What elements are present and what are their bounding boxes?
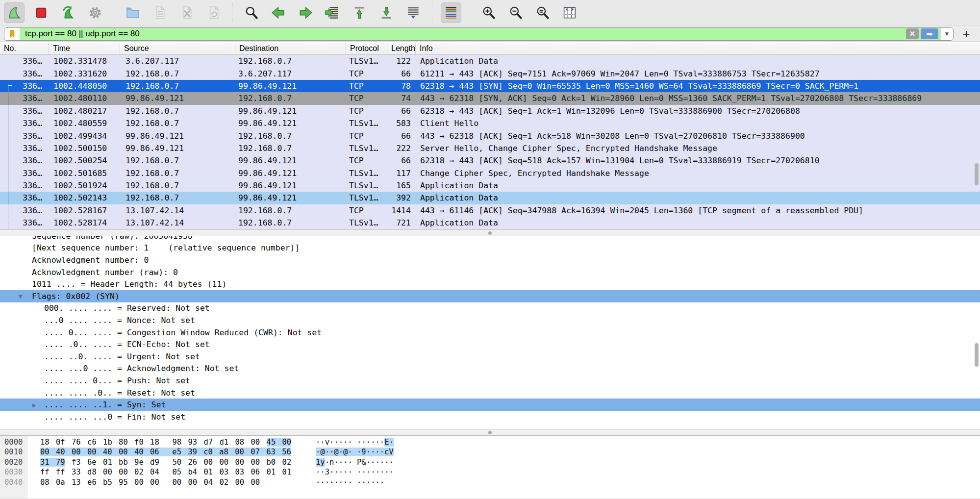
column-header-destination[interactable]: Destination [235,43,346,54]
packet-row[interactable]: 336…1002.48011099.86.49.121192.168.0.7TC… [0,92,980,104]
detail-tree-line[interactable]: ▶.... .... ..1. = Syn: Set [0,399,980,411]
detail-tree-line[interactable]: Sequence number (raw): 2665041958 [0,236,980,242]
hex-row[interactable]: 0030ff ff 33 d8 00 00 02 04 05 b4 01 03 … [0,467,980,477]
open-folder-icon [125,5,141,21]
open-file-button[interactable] [123,2,143,23]
detail-tree-line[interactable]: .... .... .0.. = Reset: Not set [0,387,980,399]
zoom-out-button[interactable] [505,2,526,23]
packet-row[interactable]: 336…1002.331620192.168.0.73.6.207.117TCP… [0,67,980,79]
autoscroll-icon [405,5,421,21]
cell-len: 583 [387,119,416,128]
detail-line-text: 000. .... .... = Reserved: Not set [0,303,210,313]
cell-proto: TLSv1… [346,218,387,227]
packet-row[interactable]: 336…1002.448050192.168.0.799.86.49.121TC… [0,80,980,92]
cell-proto: TLSv1… [346,56,387,66]
hex-offset: 0000 [4,437,23,447]
detail-tree-line[interactable]: .... .... ...0 = Fin: Not set [0,411,980,423]
cell-len: 721 [387,218,416,227]
expander-right-icon[interactable]: ▶ [32,401,36,408]
add-filter-expression-button[interactable]: + [956,26,976,41]
detail-line-text: .... ...0 .... = Acknowledgment: Not set [0,364,239,373]
detail-line-text: .... .0.. .... = ECN-Echo: Not set [0,340,210,349]
hex-row[interactable]: 004008 0a 13 e6 b5 95 00 00 00 00 04 02 … [0,477,980,487]
cell-info: 62318 → 443 [SYN] Seq=0 Win=65535 Len=0 … [416,81,980,91]
detail-tree-line[interactable]: ▼Flags: 0x002 (SYN) [0,290,980,302]
filter-bookmark-button[interactable] [4,28,20,40]
packet-list-scrollbar[interactable] [975,163,979,185]
zoom-reset-button[interactable] [532,2,553,23]
packet-row[interactable]: 336…1002.3314783.6.207.117192.168.0.7TLS… [0,55,980,67]
cell-src: 192.168.0.7 [120,81,235,91]
detail-tree-line[interactable]: [Next sequence number: 1 (relative seque… [0,242,980,254]
filter-history-dropdown[interactable]: ▼ [940,28,953,40]
detail-tree-line[interactable]: .... .... 0... = Push: Not set [0,374,980,387]
packet-row[interactable]: 336…1002.480217192.168.0.799.86.49.121TC… [0,105,980,117]
column-header-length[interactable]: Length [387,43,416,54]
hex-row[interactable]: 001000 40 00 00 40 00 40 06 e5 39 c0 a8 … [0,447,980,457]
detail-tree-line[interactable]: .... 0... .... = Congestion Window Reduc… [0,326,980,339]
detail-tree-line[interactable]: ...0 .... .... = Nonce: Not set [0,314,980,326]
resize-columns-button[interactable] [559,2,580,23]
cell-time: 1002.501685 [49,169,120,178]
go-first-packet-button[interactable] [349,2,370,23]
cell-time: 1002.480217 [49,106,120,116]
cell-time: 1002.500254 [49,156,120,165]
detail-tree-line[interactable]: Acknowledgment number: 0 [0,254,980,266]
column-header-time[interactable]: Time [49,43,120,54]
close-file-button [176,2,197,23]
expander-down-icon[interactable]: ▼ [19,293,23,300]
packet-row[interactable]: 336…1002.50015099.86.49.121192.168.0.7TL… [0,142,980,154]
splitter-handle-icon [488,231,492,235]
details-bytes-splitter[interactable] [0,429,980,436]
display-filter-input[interactable] [20,28,906,40]
start-capture-button[interactable] [4,2,25,23]
column-header-no[interactable]: No. [0,43,49,54]
restart-capture-button[interactable] [58,2,78,23]
go-back-button[interactable] [268,2,289,23]
cell-len: 78 [387,81,416,91]
capture-options-button[interactable] [85,2,105,23]
stop-capture-button[interactable] [31,2,51,23]
packet-row[interactable]: 336…1002.480559192.168.0.799.86.49.121TL… [0,117,980,129]
packet-row[interactable]: 336…1002.500254192.168.0.799.86.49.121TC… [0,154,980,167]
packet-row[interactable]: 336…1002.502143192.168.0.799.86.49.121TL… [0,192,980,204]
close-file-icon [179,5,195,21]
clear-filter-button[interactable]: ✕ [906,28,919,39]
cell-info: Application Data [416,56,980,66]
auto-scroll-button[interactable] [403,2,424,23]
details-scrollbar[interactable] [975,343,979,367]
zoom-in-button[interactable] [478,2,499,23]
hex-bytes: 00 40 00 00 40 00 40 06 e5 39 c0 a8 00 0… [40,447,291,457]
detail-tree-line[interactable]: .... .0.. .... = ECN-Echo: Not set [0,338,980,350]
packet-list-details-splitter[interactable] [0,229,980,236]
cell-proto: TCP [346,81,387,91]
detail-tree-line[interactable]: Acknowledgment number (raw): 0 [0,266,980,278]
cell-src: 192.168.0.7 [120,106,235,116]
column-header-protocol[interactable]: Protocol [346,43,387,54]
cell-dst: 99.86.49.121 [235,119,346,128]
cell-no: 336… [0,106,49,116]
packet-row[interactable]: 336…1002.501685192.168.0.799.86.49.121TL… [0,167,980,179]
cell-dst: 192.168.0.7 [235,218,346,227]
detail-tree-line[interactable]: .... ...0 .... = Acknowledgment: Not set [0,363,980,375]
hex-row[interactable]: 000018 0f 76 c6 1b 80 f0 18 98 93 d7 d1 … [0,437,980,447]
packet-row[interactable]: 336…1002.49943499.86.49.121192.168.0.7TC… [0,129,980,142]
colorize-button[interactable] [441,2,461,23]
hex-row[interactable]: 002031 79 f3 6e 01 bb 9e d9 50 26 00 00 … [0,457,980,467]
cell-len: 117 [387,169,416,178]
detail-tree-line[interactable]: .... ..0. .... = Urgent: Not set [0,350,980,363]
go-to-packet-button[interactable] [322,2,343,23]
apply-filter-button[interactable]: ➡ [921,28,938,39]
column-header-info[interactable]: Info [416,43,980,54]
column-header-source[interactable]: Source [120,43,235,54]
detail-line-text: 1011 .... = Header Length: 44 bytes (11) [0,279,226,289]
find-packet-button[interactable] [241,2,262,23]
packet-row[interactable]: 336…1002.52816713.107.42.14192.168.0.7TC… [0,204,980,217]
detail-tree-line[interactable]: 000. .... .... = Reserved: Not set [0,302,980,315]
resize-columns-icon [562,5,578,21]
go-last-packet-button[interactable] [376,2,397,23]
packet-row[interactable]: 336…1002.501924192.168.0.799.86.49.121TL… [0,179,980,192]
go-forward-button[interactable] [295,2,316,23]
packet-row[interactable]: 336…1002.52817413.107.42.14192.168.0.7TL… [0,217,980,229]
detail-tree-line[interactable]: 1011 .... = Header Length: 44 bytes (11) [0,278,980,290]
